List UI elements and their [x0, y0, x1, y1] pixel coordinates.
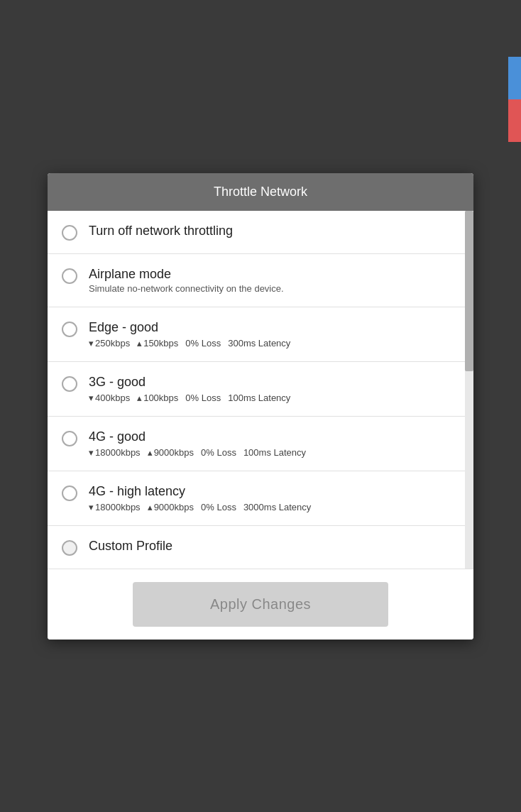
4g-high-up: 9000kbps [148, 502, 194, 512]
radio-circle-4g-high [62, 485, 77, 501]
option-custom[interactable]: Custom Profile [48, 526, 473, 569]
option-airplane-subtitle: Simulate no-network connectivity on the … [89, 283, 459, 294]
radio-circle-3g [62, 376, 77, 392]
radio-circle-off [62, 225, 77, 241]
3g-up: 100kbps [137, 393, 178, 403]
radio-circle-custom [62, 540, 77, 556]
option-4g-high-stats: 18000kbps 9000kbps 0% Loss 3000ms Latenc… [89, 502, 459, 512]
option-4g-good-title: 4G - good [89, 429, 459, 444]
modal-header: Throttle Network [48, 173, 473, 211]
option-off-title: Turn off network throttling [89, 224, 459, 238]
4g-good-down: 18000kbps [89, 447, 141, 458]
3g-down: 400kbps [89, 393, 130, 403]
4g-good-up: 9000kbps [148, 447, 194, 458]
radio-circle-4g-good [62, 431, 77, 446]
4g-good-loss: 0% Loss [201, 447, 236, 458]
option-3g[interactable]: 3G - good 400kbps 100kbps 0% Loss 100ms … [48, 362, 473, 417]
4g-high-latency: 3000ms Latency [243, 502, 311, 512]
edge-latency: 300ms Latency [228, 338, 290, 349]
throttle-network-modal: Throttle Network Turn off network thrott… [48, 173, 473, 640]
3g-latency: 100ms Latency [228, 393, 290, 403]
option-3g-stats: 400kbps 100kbps 0% Loss 100ms Latency [89, 393, 459, 403]
option-4g-high-content: 4G - high latency 18000kbps 9000kbps 0% … [89, 484, 459, 512]
option-edge[interactable]: Edge - good 250kbps 150kbps 0% Loss 300m… [48, 307, 473, 362]
option-4g-high[interactable]: 4G - high latency 18000kbps 9000kbps 0% … [48, 471, 473, 526]
4g-high-down: 18000kbps [89, 502, 141, 512]
edge-down: 250kbps [89, 338, 130, 349]
radio-4g-good [62, 431, 77, 446]
option-custom-title: Custom Profile [89, 539, 459, 554]
option-3g-title: 3G - good [89, 375, 459, 390]
option-airplane[interactable]: Airplane mode Simulate no-network connec… [48, 254, 473, 307]
option-4g-good[interactable]: 4G - good 18000kbps 9000kbps 0% Loss 100… [48, 417, 473, 471]
side-tabs [508, 57, 521, 142]
red-side-tab[interactable] [508, 99, 521, 142]
option-4g-good-stats: 18000kbps 9000kbps 0% Loss 100ms Latency [89, 447, 459, 458]
modal-footer: Apply Changes [48, 569, 473, 640]
radio-3g [62, 376, 77, 392]
modal-body: Turn off network throttling Airplane mod… [48, 211, 473, 569]
option-custom-content: Custom Profile [89, 539, 459, 555]
option-airplane-title: Airplane mode [89, 267, 459, 282]
edge-up: 150kbps [137, 338, 178, 349]
3g-loss: 0% Loss [185, 393, 221, 403]
option-edge-content: Edge - good 250kbps 150kbps 0% Loss 300m… [89, 320, 459, 349]
edge-loss: 0% Loss [185, 338, 221, 349]
option-off-content: Turn off network throttling [89, 224, 459, 240]
scrollbar[interactable] [465, 211, 473, 569]
option-3g-content: 3G - good 400kbps 100kbps 0% Loss 100ms … [89, 375, 459, 403]
scrollbar-thumb[interactable] [465, 211, 473, 372]
radio-airplane [62, 268, 77, 284]
4g-high-loss: 0% Loss [201, 502, 236, 512]
option-off[interactable]: Turn off network throttling [48, 211, 473, 254]
option-edge-stats: 250kbps 150kbps 0% Loss 300ms Latency [89, 338, 459, 349]
radio-edge [62, 322, 77, 337]
radio-circle-airplane [62, 268, 77, 284]
apply-changes-button[interactable]: Apply Changes [133, 582, 388, 627]
option-airplane-content: Airplane mode Simulate no-network connec… [89, 267, 459, 294]
radio-4g-high [62, 485, 77, 501]
radio-custom [62, 540, 77, 556]
radio-circle-edge [62, 322, 77, 337]
radio-off [62, 225, 77, 241]
blue-side-tab[interactable] [508, 57, 521, 99]
option-edge-title: Edge - good [89, 320, 459, 335]
option-4g-good-content: 4G - good 18000kbps 9000kbps 0% Loss 100… [89, 429, 459, 458]
modal-title: Throttle Network [214, 185, 307, 199]
4g-good-latency: 100ms Latency [243, 447, 306, 458]
option-4g-high-title: 4G - high latency [89, 484, 459, 499]
